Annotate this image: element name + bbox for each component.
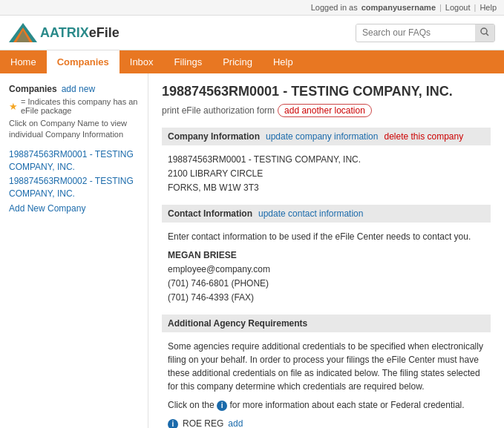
auth-label: print eFile authorization form xyxy=(162,105,275,116)
sidebar-star-note: ★ = Indicates this company has an eFile … xyxy=(9,97,139,115)
delete-company-link[interactable]: delete this company xyxy=(384,131,463,142)
agency-title: Additional Agency Requirements xyxy=(168,318,307,329)
cred-add-1[interactable]: add xyxy=(228,417,243,428)
username: companyusername xyxy=(361,3,436,12)
contact-info-content: Enter contact information to be used if … xyxy=(162,227,491,315)
company-info-content: 198874563RM0001 - TESTING COMPANY, INC. … xyxy=(162,150,491,205)
main-nav: Home Companies Inbox Filings Pricing Hel… xyxy=(0,50,504,73)
company-info-header: Company Information update company infor… xyxy=(162,128,491,145)
sidebar-add-company[interactable]: Add New Company xyxy=(9,203,139,214)
update-contact-link[interactable]: update contact information xyxy=(258,208,363,219)
contact-desc: Enter contact information to be used if … xyxy=(168,230,485,244)
contact-phone: (701) 746-6801 (PHONE) xyxy=(168,277,485,291)
logo-text: AATRIXeFile xyxy=(40,25,120,41)
sidebar-title: Companies xyxy=(9,84,57,94)
nav-help[interactable]: Help xyxy=(263,50,304,73)
cred-label-1: ROE REG xyxy=(183,417,223,428)
contact-info-header: Contact Information update contact infor… xyxy=(162,205,491,223)
top-bar: Logged in as companyusername | Logout | … xyxy=(0,0,504,16)
nav-companies[interactable]: Companies xyxy=(47,50,120,73)
sidebar-company-link-1[interactable]: 198874563RM0001 - TESTING COMPANY, INC. xyxy=(9,148,139,174)
content-area: 198874563RM0001 - TESTING COMPANY, INC. … xyxy=(148,73,504,428)
sidebar: Companies add new ★ = Indicates this com… xyxy=(0,73,148,428)
aatrix-logo-icon xyxy=(9,22,37,44)
logged-in-text: Logged in as xyxy=(311,3,358,12)
auth-row: print eFile authorization form add anoth… xyxy=(162,104,491,117)
svg-line-4 xyxy=(486,33,488,36)
contact-email: employee@company.com xyxy=(168,263,485,277)
search-button[interactable] xyxy=(475,24,494,42)
logo: AATRIXeFile xyxy=(9,22,120,44)
cred-info-icon-1[interactable]: i xyxy=(168,419,178,428)
search-icon xyxy=(480,27,489,36)
agency-desc: Some agencies require additional credent… xyxy=(168,340,485,393)
header: AATRIXeFile xyxy=(0,16,504,50)
help-link[interactable]: Help xyxy=(480,3,497,12)
star-icon: ★ xyxy=(9,101,18,112)
sidebar-desc: Click on Company Name to view individual… xyxy=(9,118,139,141)
credential-row-1: i ROE REG add xyxy=(168,417,485,428)
sidebar-add-new[interactable]: add new xyxy=(62,84,95,94)
sidebar-company-link-2[interactable]: 198874563RM0002 - TESTING COMPANY, INC. xyxy=(9,175,139,200)
search-input[interactable] xyxy=(356,24,475,41)
separator2: | xyxy=(474,3,477,12)
nav-pricing[interactable]: Pricing xyxy=(212,50,263,73)
search-bar[interactable] xyxy=(356,24,495,42)
nav-filings[interactable]: Filings xyxy=(164,50,213,73)
info-icon[interactable]: i xyxy=(217,401,227,411)
separator1: | xyxy=(439,3,442,12)
agency-header: Additional Agency Requirements xyxy=(162,315,491,332)
sidebar-header: Companies add new xyxy=(9,84,139,94)
contact-info-title: Contact Information xyxy=(168,208,252,219)
add-another-location-link[interactable]: add another location xyxy=(278,104,372,117)
contact-name: MEGAN BRIESE xyxy=(168,248,485,263)
company-address-line-1: 198874563RM0001 - TESTING COMPANY, INC. xyxy=(168,153,485,167)
update-company-link[interactable]: update company information xyxy=(266,131,378,142)
contact-fax: (701) 746-4393 (FAX) xyxy=(168,291,485,305)
svg-point-3 xyxy=(481,28,487,34)
company-address-line-3: FORKS, MB W1W 3T3 xyxy=(168,181,485,195)
logout-link[interactable]: Logout xyxy=(445,3,471,12)
main-layout: Companies add new ★ = Indicates this com… xyxy=(0,73,504,428)
nav-inbox[interactable]: Inbox xyxy=(120,50,164,73)
company-info-title: Company Information xyxy=(168,131,260,142)
click-info-row: Click on the i for more information abou… xyxy=(168,399,485,412)
agency-content: Some agencies require additional credent… xyxy=(162,337,491,429)
company-address-line-2: 2100 LIBRARY CIRCLE xyxy=(168,167,485,181)
company-title: 198874563RM0001 - TESTING COMPANY, INC. xyxy=(162,84,491,99)
nav-home[interactable]: Home xyxy=(0,50,47,73)
